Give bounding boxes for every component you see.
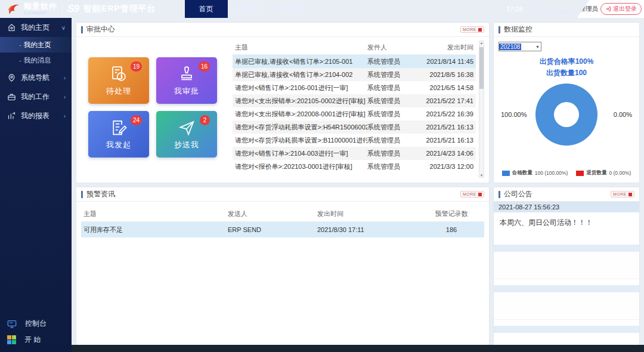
company-announcement-panel: 公司公告 MORE 2021-08-27 15:56:23 本周六、周日公司活动… — [494, 187, 639, 345]
tab-basic-settings[interactable]: 基础设置 — [271, 0, 314, 18]
table-row[interactable]: 请您对<报价单>:202103-0001进行[审核] 系统管理员 2021/3/… — [233, 160, 476, 173]
cell-time: 2021/8/14 11:45 — [417, 58, 476, 65]
col-sender: 发件人 — [367, 43, 417, 52]
tile-pending[interactable]: 19 待处理 — [88, 57, 149, 104]
scrollbar-thumb[interactable] — [479, 47, 484, 89]
col-count: 预警记录数 — [419, 209, 484, 218]
console-monitor-icon — [7, 320, 17, 328]
cell-sender: 系统管理员 — [367, 57, 417, 66]
logout-label: 退出登录 — [613, 5, 637, 13]
app-title: 智能ERP管理平台 — [83, 4, 156, 14]
monitor-panel-title: 数据监控 — [504, 24, 532, 35]
document-clock-icon — [110, 65, 128, 83]
logo-title: 顺景软件 — [24, 2, 57, 10]
cell-time: 2021/4/23 14:06 — [417, 150, 476, 157]
announcement-empty-body — [494, 252, 639, 279]
chevron-down-icon: ∨ — [61, 24, 66, 31]
cell-subject: 请您对<支出报销单>:202105-0002进行[审核] — [233, 97, 367, 106]
legend-item-return: 退货数量 0 (0.00%) — [576, 169, 631, 177]
announcement-more-button[interactable]: MORE — [611, 191, 634, 197]
cell-subject: 请您对<存货浮动耗损率设置>:B11000001进行[审核] — [233, 136, 367, 145]
document-edit-icon — [110, 119, 128, 137]
sidebar-subitem-my-messages[interactable]: 我的消息 — [0, 53, 72, 68]
cell-subject: 请您对<销售订单>:2106-001进行[一审] — [233, 84, 367, 92]
tab-home[interactable]: 首页 — [185, 0, 228, 18]
announcement-content[interactable]: 本周六、周日公司活动！！！ — [494, 212, 639, 239]
table-row[interactable]: 请您对<支出报销单>:202008-0001进行[审核] 系统管理员 2021/… — [233, 107, 476, 121]
sidebar-item-my-home[interactable]: 我的主页 ∨ — [0, 18, 72, 37]
table-row[interactable]: 请您对<存货浮动耗损率设置>:B11000001进行[审核] 系统管理员 202… — [233, 134, 476, 147]
table-row[interactable]: 单据已审核,请接收<销售订单>:2104-002 系统管理员 2021/8/5 … — [233, 68, 476, 81]
cell-sender: ERP SEND — [228, 226, 317, 233]
tab-all-modules[interactable]: 全部模块 — [228, 0, 271, 18]
cell-subject: 单据已审核,请接收<销售订单>:2104-002 — [233, 70, 367, 79]
donut-legend: 合格数量 100 (100.00%) 退货数量 0 (0.00%) — [494, 169, 639, 177]
period-value: 202108 — [499, 44, 521, 50]
data-monitor-panel: 数据监控 202108 ▼ 出货合格率100% 出货数量100 100.00% … — [494, 23, 639, 183]
announcement-panel-title: 公司公告 — [504, 189, 532, 199]
cell-subject: 请您对<支出报销单>:202008-0001进行[审核] — [233, 110, 367, 119]
sidebar-item-label: 我的报表 — [21, 111, 49, 121]
more-label: MORE — [613, 192, 627, 196]
user-area: 系统管理员 退出登录 — [577, 0, 644, 18]
logout-button[interactable]: 退出登录 — [600, 3, 642, 15]
period-select[interactable]: 202108 ▼ — [499, 42, 541, 51]
cell-time: 2021/5/22 17:41 — [417, 97, 476, 104]
start-grid-icon — [7, 335, 16, 344]
approval-panel-header: 审批中心 MORE — [76, 23, 489, 37]
cell-sender: 系统管理员 — [367, 162, 417, 171]
chevron-right-icon: › — [64, 75, 66, 81]
tile-label: 抄送我 — [174, 140, 199, 150]
top-header: 顺景软件 Centersoft S9 智能ERP管理平台 首页 全部模块 基础设… — [0, 0, 644, 18]
cell-sender: 系统管理员 — [367, 110, 417, 119]
console-button[interactable]: 控制台 — [7, 319, 47, 329]
sidebar-item-system-nav[interactable]: 系统导航 › — [0, 68, 72, 87]
tile-cc-to-me[interactable]: 2 抄送我 — [156, 111, 217, 158]
more-red-icon — [478, 28, 482, 32]
scroll-up-icon[interactable]: ▲ — [479, 41, 484, 45]
sidebar-item-my-work[interactable]: 我的工作 › — [0, 87, 72, 106]
approval-scrollbar[interactable]: ▲ ▼ — [479, 41, 484, 178]
my-approvals-count-badge: 16 — [199, 61, 210, 72]
date-label: 2021年8月30日 — [530, 9, 569, 17]
sidebar-item-my-reports[interactable]: 我的报表 › — [0, 106, 72, 125]
cell-subject: 请您对<销售订单>:2104-003进行[一审] — [233, 149, 367, 158]
alerts-more-button[interactable]: MORE — [460, 191, 484, 197]
sidebar-subitem-my-home[interactable]: 我的主页 — [0, 37, 72, 53]
table-row[interactable]: 请您对<存货浮动耗损率设置>:H54R15006002进行[审核] 系统管理员 … — [233, 121, 476, 134]
tile-initiated-by-me[interactable]: 24 我发起 — [88, 111, 149, 158]
announcement-empty-row — [494, 285, 639, 292]
cell-sender: 系统管理员 — [367, 123, 417, 132]
alerts-panel-title: 预警资讯 — [86, 189, 115, 199]
logo-divider — [62, 3, 63, 15]
panel-accent-bar — [499, 191, 500, 198]
cell-count: 186 — [419, 226, 484, 233]
table-row[interactable]: 请您对<支出报销单>:202105-0002进行[审核] 系统管理员 2021/… — [233, 94, 476, 107]
announcement-panel-header: 公司公告 MORE — [494, 187, 639, 202]
col-time: 发出时间 — [417, 43, 476, 52]
cell-subject: 单据已审核,请接收<销售订单>:2105-001 — [233, 57, 367, 66]
start-button[interactable]: 开 始 — [7, 335, 47, 345]
table-row[interactable]: 请您对<销售订单>:2104-003进行[一审] 系统管理员 2021/4/23… — [233, 147, 476, 160]
legend-item-pass: 合格数量 100 (100.00%) — [502, 169, 568, 177]
tile-my-approvals[interactable]: 16 我审批 — [156, 57, 217, 104]
cell-sender: 系统管理员 — [367, 84, 417, 92]
cell-time: 2021/5/22 16:39 — [417, 110, 476, 118]
cell-time: 2021/5/21 16:13 — [417, 137, 476, 144]
more-red-icon — [478, 193, 482, 196]
table-row[interactable]: 可用库存不足 ERP SEND 2021/8/30 17:11 186 — [81, 222, 484, 237]
phoenix-logo-icon — [6, 2, 20, 16]
announcement-empty-body — [494, 292, 639, 320]
approval-more-button[interactable]: MORE — [460, 26, 484, 33]
cc-count-badge: 2 — [200, 115, 210, 125]
cell-time: 2021/5/21 16:13 — [417, 123, 476, 131]
table-row[interactable]: 单据已审核,请接收<销售订单>:2105-001 系统管理员 2021/8/14… — [233, 55, 476, 68]
panel-accent-bar — [499, 26, 500, 33]
sidebar: 我的主页 ∨ 我的主页 我的消息 系统导航 › 我的工作 › 我的报表 › 控制… — [0, 18, 72, 352]
table-row[interactable]: 请您对<销售订单>:2106-001进行[一审] 系统管理员 2021/6/5 … — [233, 81, 476, 94]
alerts-table-header: 主题 发送人 发出时间 预警记录数 — [81, 206, 484, 222]
sidebar-bottom: 控制台 开 始 — [7, 319, 47, 345]
scroll-down-icon[interactable]: ▼ — [479, 174, 484, 177]
col-subject: 主题 — [81, 209, 228, 218]
home-icon — [7, 23, 16, 32]
